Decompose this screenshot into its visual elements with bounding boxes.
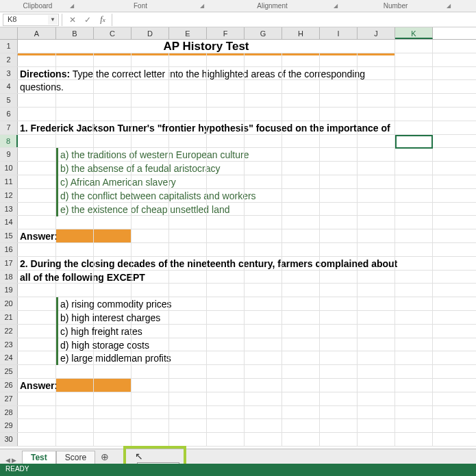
cell[interactable] xyxy=(245,297,282,310)
cell[interactable] xyxy=(94,53,131,66)
cell[interactable] xyxy=(245,53,282,66)
cell[interactable] xyxy=(94,297,131,310)
cell[interactable] xyxy=(18,148,56,161)
cell[interactable] xyxy=(245,216,282,229)
cell[interactable] xyxy=(358,284,395,297)
row-header[interactable]: 13 xyxy=(0,203,18,216)
cell[interactable] xyxy=(94,406,131,419)
cell[interactable] xyxy=(131,243,169,256)
cell[interactable] xyxy=(169,297,207,310)
cell[interactable] xyxy=(320,419,358,432)
col-header[interactable]: C xyxy=(94,27,131,39)
cell[interactable] xyxy=(320,392,358,405)
cell[interactable] xyxy=(395,297,433,310)
cell[interactable] xyxy=(395,406,433,419)
cell[interactable] xyxy=(320,284,358,297)
cancel-icon[interactable]: ✕ xyxy=(65,15,80,25)
cell[interactable] xyxy=(320,365,358,378)
cell[interactable] xyxy=(245,325,282,338)
cell[interactable] xyxy=(131,379,169,392)
cell[interactable] xyxy=(395,94,433,107)
cell[interactable] xyxy=(94,284,131,297)
row-header[interactable]: 4 xyxy=(0,80,18,93)
cell[interactable] xyxy=(282,148,320,161)
cell[interactable] xyxy=(131,216,169,229)
dropdown-icon[interactable]: ▼ xyxy=(48,15,58,25)
cell[interactable] xyxy=(395,338,433,351)
cell[interactable] xyxy=(245,406,282,419)
cell[interactable] xyxy=(169,365,207,378)
cell[interactable] xyxy=(320,67,358,80)
cell[interactable] xyxy=(94,216,131,229)
cell[interactable] xyxy=(245,135,282,148)
grid-row[interactable]: 24 e) large middleman profits xyxy=(0,351,476,365)
cell[interactable] xyxy=(207,229,245,242)
row-header[interactable]: 29 xyxy=(0,419,18,432)
cell[interactable] xyxy=(282,162,320,175)
grid-row[interactable]: 10 b) the absense of a feudal aristocrac… xyxy=(0,162,476,175)
cell[interactable] xyxy=(169,433,207,446)
cell[interactable] xyxy=(207,216,245,229)
cell[interactable] xyxy=(169,189,207,202)
cell[interactable] xyxy=(395,162,433,175)
cell[interactable] xyxy=(207,67,245,80)
cell[interactable] xyxy=(207,108,245,121)
cell[interactable] xyxy=(320,94,358,107)
cell[interactable] xyxy=(94,94,131,107)
cell[interactable] xyxy=(94,175,131,188)
cell[interactable] xyxy=(169,94,207,107)
cell[interactable] xyxy=(169,379,207,392)
cell[interactable] xyxy=(18,175,56,188)
row-header[interactable]: 24 xyxy=(0,351,18,364)
cell[interactable] xyxy=(395,243,433,256)
cell[interactable] xyxy=(282,338,320,351)
cell[interactable] xyxy=(320,148,358,161)
cell[interactable] xyxy=(169,53,207,66)
cell[interactable] xyxy=(282,229,320,242)
cell[interactable] xyxy=(320,257,358,270)
cell[interactable] xyxy=(320,297,358,310)
cell[interactable] xyxy=(94,257,131,270)
cell[interactable] xyxy=(358,108,395,121)
cell[interactable] xyxy=(169,311,207,324)
cell[interactable] xyxy=(207,297,245,310)
cell[interactable] xyxy=(56,80,94,93)
col-header[interactable]: G xyxy=(245,27,282,39)
cell[interactable] xyxy=(358,175,395,188)
cell[interactable] xyxy=(56,243,94,256)
cell[interactable] xyxy=(282,53,320,66)
cell[interactable] xyxy=(245,351,282,364)
col-header[interactable]: A xyxy=(18,27,56,39)
cell[interactable] xyxy=(207,53,245,66)
row-header[interactable]: 15 xyxy=(0,229,18,242)
cell[interactable] xyxy=(169,243,207,256)
row-header[interactable]: 25 xyxy=(0,365,18,378)
cell[interactable] xyxy=(169,406,207,419)
cell[interactable] xyxy=(358,419,395,432)
cell[interactable] xyxy=(207,325,245,338)
cell[interactable] xyxy=(395,203,433,216)
cell[interactable] xyxy=(282,351,320,364)
cell[interactable] xyxy=(358,229,395,242)
cell[interactable] xyxy=(282,325,320,338)
cell[interactable] xyxy=(169,351,207,364)
cell[interactable]: e) the existence of cheap unsettled land xyxy=(56,203,94,216)
cell[interactable] xyxy=(131,284,169,297)
cell[interactable] xyxy=(169,229,207,242)
row-header[interactable]: 6 xyxy=(0,108,18,121)
cell[interactable] xyxy=(56,271,94,284)
cell[interactable] xyxy=(18,406,56,419)
cell[interactable] xyxy=(395,80,433,93)
grid-row[interactable]: 26 Answer: xyxy=(0,379,476,392)
grid-row[interactable]: 16 xyxy=(0,243,476,257)
sheet-tab-test[interactable]: Test xyxy=(22,451,56,464)
cell[interactable] xyxy=(245,311,282,324)
cell[interactable] xyxy=(169,162,207,175)
cell[interactable] xyxy=(282,379,320,392)
cell[interactable] xyxy=(395,108,433,121)
grid-row[interactable]: 23 d) high storage costs xyxy=(0,338,476,352)
cell[interactable] xyxy=(358,257,395,270)
cell[interactable]: Answer: xyxy=(18,379,56,392)
cell[interactable] xyxy=(282,108,320,121)
cell[interactable] xyxy=(282,406,320,419)
